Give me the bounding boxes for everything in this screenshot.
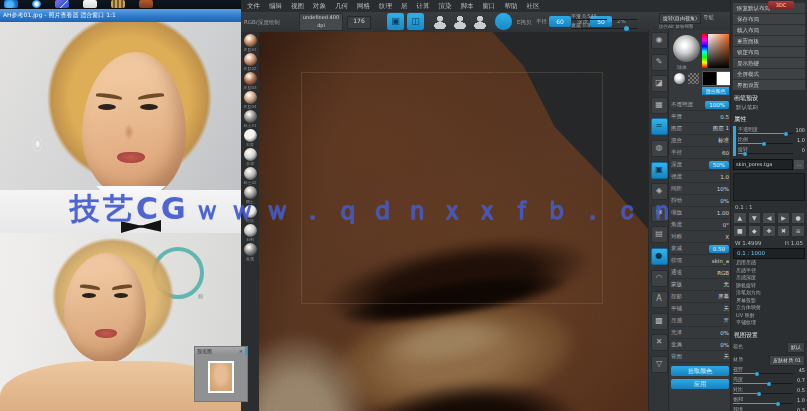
material-sphere-11[interactable] — [244, 243, 257, 256]
view-dropdown-1[interactable]: 材质皮肤材质 01 — [733, 355, 805, 366]
erase-all-icon[interactable]: ✕ — [651, 334, 668, 351]
noise-brush-icon[interactable] — [688, 73, 699, 84]
grid-button-3[interactable]: ▶ — [777, 212, 791, 224]
param-row-9[interactable]: 缩放1.00 — [671, 207, 729, 219]
projection-toggle-icon[interactable]: ▣ — [387, 13, 404, 30]
menu-item-11[interactable]: 窗口 — [483, 2, 496, 11]
qq-icon[interactable] — [32, 0, 41, 8]
param-row-14[interactable]: 通道RGB — [671, 267, 729, 279]
param-value[interactable]: 60 — [722, 150, 729, 156]
slider-track[interactable] — [571, 19, 637, 20]
material-sphere-icon[interactable] — [495, 13, 512, 30]
browse-button[interactable]: … — [793, 159, 805, 170]
layout-menu-item-2[interactable]: 载入布局 — [733, 25, 805, 35]
copy-label[interactable]: E拷贝 — [517, 19, 531, 26]
param-row-11[interactable]: 对称X — [671, 231, 729, 243]
grid-button-7[interactable]: ✚ — [762, 225, 776, 237]
slider-handle[interactable] — [624, 26, 629, 31]
thunder-icon[interactable] — [55, 0, 69, 8]
param-row-19[interactable]: 光泽0% — [671, 327, 729, 339]
dropdown-value[interactable]: 皮肤材质 01 — [769, 355, 805, 366]
param-row-6[interactable]: 强度1.0 — [671, 171, 729, 183]
layout-menu-item-6[interactable]: 全屏模式 — [733, 69, 805, 79]
menu-item-2[interactable]: 视图 — [291, 2, 304, 11]
layout-menu-item-3[interactable]: 重置面板 — [733, 36, 805, 46]
option-item-5[interactable]: 屏幕投影 — [733, 297, 805, 305]
param-value[interactable]: 开 — [724, 317, 730, 324]
view-slider-1[interactable]: 亮度0.7 — [733, 376, 805, 386]
menu-item-5[interactable]: 网格 — [357, 2, 370, 11]
param-value[interactable]: 0% — [720, 198, 729, 204]
param-value[interactable]: 关 — [724, 353, 730, 360]
param-row-0[interactable]: 不透明度100% — [671, 99, 729, 111]
viewport-3d[interactable] — [259, 32, 648, 411]
grid-button-8[interactable]: ✖ — [777, 225, 791, 237]
menu-item-0[interactable]: 文件 — [247, 2, 260, 11]
param-row-8[interactable]: 抖动0% — [671, 195, 729, 207]
swatch-black[interactable] — [702, 71, 717, 86]
option-item-8[interactable]: 平铺纹理 — [733, 319, 805, 327]
menu-item-13[interactable]: 社区 — [527, 2, 540, 11]
color-picker-square[interactable] — [708, 34, 729, 68]
param-row-1[interactable]: 平滑0.5 — [671, 111, 729, 123]
grid-button-0[interactable]: ▲ — [733, 212, 747, 224]
param-row-3[interactable]: 混合标准 — [671, 135, 729, 147]
texture-preview-box[interactable] — [733, 173, 805, 201]
hue-strip[interactable] — [702, 34, 707, 68]
material-sphere-9[interactable] — [244, 205, 257, 218]
menu-item-1[interactable]: 编辑 — [269, 2, 282, 11]
menu-item-7[interactable]: 层 — [401, 2, 408, 11]
material-sphere-1[interactable] — [244, 53, 257, 66]
brush-slider-2[interactable]: 旋转0 — [738, 146, 805, 156]
bust-left-icon[interactable] — [453, 15, 467, 29]
grid-button-1[interactable]: ▼ — [748, 212, 762, 224]
brush-slider-1[interactable]: 比例1.0 — [738, 136, 805, 146]
material-sphere-0[interactable] — [244, 34, 257, 47]
bust-front-icon[interactable] — [433, 15, 447, 29]
color-mix-bar[interactable]: 混合颜色 — [702, 87, 729, 95]
param-row-21[interactable]: 背面关 — [671, 351, 729, 363]
thumbnail-titlebar[interactable]: 预览图 × — [195, 347, 247, 355]
material-sphere-2[interactable] — [244, 72, 257, 85]
range-field[interactable]: 0.1 : 1000 — [733, 248, 805, 259]
swatch-white[interactable] — [716, 71, 731, 86]
grid-button-6[interactable]: ◆ — [748, 225, 762, 237]
option-item-1[interactable]: 压感半径 — [733, 267, 805, 275]
layer-icon[interactable]: ▤ — [651, 226, 668, 243]
param-value[interactable]: RGB — [717, 270, 729, 276]
smudge-icon[interactable]: ≈ — [651, 118, 668, 135]
grid-icon[interactable]: ▩ — [651, 313, 668, 330]
text-tool-icon[interactable]: A — [651, 291, 668, 308]
param-value[interactable]: 关 — [724, 305, 730, 312]
clone-icon[interactable]: ◍ — [651, 140, 668, 157]
menu-item-6[interactable]: 纹理 — [379, 2, 392, 11]
view-slider-4[interactable]: 环境0.3 — [733, 406, 805, 411]
option-item-2[interactable]: 压感深度 — [733, 274, 805, 282]
view-slider-2[interactable]: 对比0.5 — [733, 386, 805, 396]
param-row-13[interactable]: 纹理skin_a — [671, 255, 729, 267]
option-item-0[interactable]: 启用压感 — [733, 259, 805, 267]
menu-item-9[interactable]: 渲染 — [439, 2, 452, 11]
param-value[interactable]: 标准 — [718, 137, 729, 144]
param-value[interactable]: 图层 1 — [713, 125, 729, 132]
param-row-15[interactable]: 蒙版无 — [671, 279, 729, 291]
sphere-brush-icon[interactable] — [674, 73, 685, 84]
layout-menu-item-5[interactable]: 显示热键 — [733, 58, 805, 68]
param-row-18[interactable]: 压感开 — [671, 315, 729, 327]
param-value[interactable]: 0% — [720, 330, 729, 336]
layout-menu-item-7[interactable]: 界面设置 — [733, 80, 805, 90]
param-row-5[interactable]: 深度50% — [671, 159, 729, 171]
preset-name[interactable]: 默认笔刷 — [736, 104, 805, 111]
option-item-3[interactable]: 随机旋转 — [733, 282, 805, 290]
toolbar-slider-0[interactable]: 平滑 0.545 — [571, 13, 651, 21]
param-value[interactable]: 50% — [709, 161, 729, 169]
menu-item-4[interactable]: 几何 — [335, 2, 348, 11]
slider-handle[interactable] — [743, 152, 747, 156]
grid-button-9[interactable]: ≡ — [791, 225, 805, 237]
param-row-20[interactable]: 金属0% — [671, 339, 729, 351]
material-sphere-4[interactable] — [244, 110, 257, 123]
view-icon[interactable]: ◉ — [651, 32, 668, 49]
thumbnail-image[interactable] — [208, 361, 234, 393]
param-value[interactable]: X — [725, 234, 729, 240]
wps-icon[interactable] — [111, 0, 125, 8]
